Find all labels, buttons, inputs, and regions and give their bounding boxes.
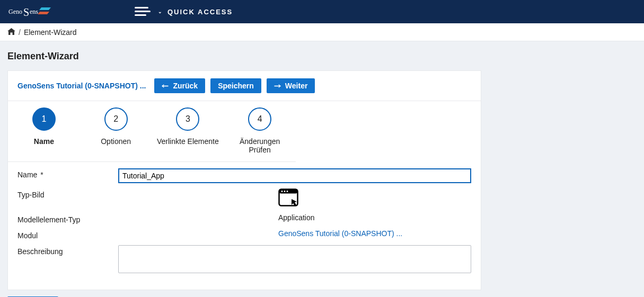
app-logo[interactable]: Geno S ens: [8, 6, 55, 17]
form-row-description: Beschreibung: [17, 245, 471, 275]
breadcrumb-separator: /: [19, 28, 21, 37]
step-circle: 3: [176, 107, 199, 131]
save-button-label: Speichern: [218, 82, 254, 90]
svg-marker-3: [39, 7, 51, 10]
save-button[interactable]: Speichern: [210, 78, 261, 93]
step-circle: 4: [248, 107, 271, 131]
svg-rect-5: [135, 7, 148, 8]
home-icon[interactable]: [7, 28, 15, 37]
description-label: Beschreibung: [17, 245, 118, 256]
form-row-typbild: Typ-Bild: [17, 188, 471, 208]
step-options[interactable]: 2 Optionen: [80, 101, 152, 161]
modeltype-value: Application: [278, 213, 471, 222]
step-name[interactable]: 1 Name: [8, 101, 80, 161]
top-bar: Geno S ens ⌄ QUICK ACCESS: [0, 0, 644, 23]
svg-point-11: [284, 191, 286, 192]
svg-rect-6: [135, 11, 151, 12]
arrow-right-icon: 🡒: [274, 82, 281, 90]
application-window-icon: [278, 200, 298, 208]
step-circle: 1: [32, 107, 56, 131]
panel-header: GenoSens Tutorial (0-SNAPSHOT) ... 🡐 Zur…: [8, 71, 481, 101]
svg-marker-4: [38, 12, 49, 14]
modul-link[interactable]: GenoSens Tutorial (0-SNAPSHOT) ...: [278, 229, 402, 238]
modul-label: Modul: [17, 229, 278, 240]
svg-point-12: [287, 191, 288, 192]
wizard-panel: GenoSens Tutorial (0-SNAPSHOT) ... 🡐 Zur…: [7, 70, 481, 290]
quick-access-label: QUICK ACCESS: [167, 8, 233, 16]
step-review-changes[interactable]: 4 Änderungen Prüfen: [224, 101, 296, 161]
typbild-label: Typ-Bild: [17, 188, 278, 199]
svg-text:S: S: [23, 6, 29, 17]
form-area: Name * Typ-Bild: [8, 162, 481, 290]
back-button[interactable]: 🡐 Zurück: [154, 78, 205, 93]
step-linked-elements[interactable]: 3 Verlinkte Elemente: [152, 101, 224, 161]
name-label: Name *: [17, 168, 118, 179]
steps-bar: 1 Name 2 Optionen 3 Verlinkte Elemente 4…: [8, 101, 296, 162]
modeltype-label: Modellelement-Typ: [17, 213, 278, 224]
arrow-left-icon: 🡐: [162, 82, 169, 90]
svg-point-10: [281, 191, 283, 192]
next-button[interactable]: 🡒 Weiter: [267, 78, 315, 93]
breadcrumb: / Element-Wizard: [0, 23, 644, 41]
chevron-down-icon: ⌄: [158, 9, 163, 14]
required-mark: *: [40, 170, 43, 179]
page-title: Element-Wizard: [7, 51, 637, 62]
form-row-modul: Modul GenoSens Tutorial (0-SNAPSHOT) ...: [17, 229, 471, 240]
back-button-label: Zurück: [173, 82, 198, 90]
svg-text:Geno: Geno: [8, 8, 22, 15]
hamburger-menu-icon[interactable]: [135, 6, 151, 17]
next-button-label: Weiter: [285, 82, 308, 90]
breadcrumb-current: Element-Wizard: [24, 28, 77, 37]
description-textarea[interactable]: [118, 245, 471, 273]
quick-access-dropdown[interactable]: ⌄ QUICK ACCESS: [158, 8, 233, 16]
step-label: Änderungen Prüfen: [228, 137, 292, 154]
step-label: Optionen: [101, 137, 131, 146]
name-input[interactable]: [118, 168, 471, 183]
svg-text:ens: ens: [30, 8, 38, 15]
svg-rect-7: [135, 14, 146, 16]
form-row-modeltype: Modellelement-Typ Application: [17, 213, 471, 224]
step-label: Verlinkte Elemente: [157, 137, 219, 146]
module-link[interactable]: GenoSens Tutorial (0-SNAPSHOT) ...: [17, 82, 146, 90]
step-circle: 2: [104, 107, 128, 131]
form-row-name: Name *: [17, 168, 471, 183]
step-label: Name: [34, 137, 54, 146]
content-area: Element-Wizard GenoSens Tutorial (0-SNAP…: [0, 41, 644, 297]
